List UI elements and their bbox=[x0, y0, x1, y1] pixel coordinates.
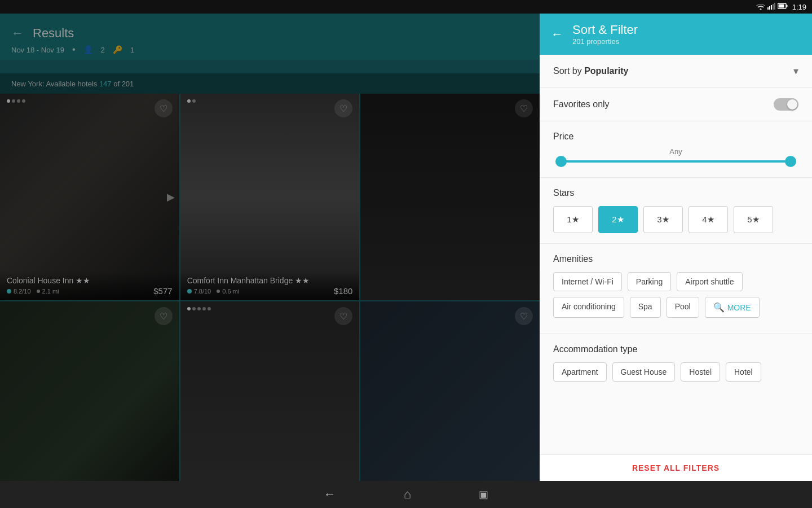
status-icons: 1:19 bbox=[756, 3, 806, 11]
stars-section: Stars 1★ 2★ 3★ 4★ 5★ bbox=[540, 178, 812, 244]
favorites-label: Favorites only bbox=[553, 99, 610, 110]
sort-row[interactable]: Sort by Popularity ▾ bbox=[553, 65, 798, 77]
amenities-row-1: Internet / Wi-Fi Parking Airport shuttle bbox=[553, 272, 798, 291]
accommodation-row: Apartment Guest House Hostel Hotel bbox=[553, 362, 798, 382]
filter-panel: ← Sort & Filter 201 properties Sort by P… bbox=[540, 14, 812, 481]
star-5-button[interactable]: 5★ bbox=[734, 206, 773, 233]
sort-chevron-icon: ▾ bbox=[793, 65, 798, 77]
svg-rect-0 bbox=[767, 7, 769, 10]
price-section: Price Any bbox=[540, 121, 812, 178]
price-slider[interactable] bbox=[555, 160, 796, 163]
amenities-section: Amenities Internet / Wi-Fi Parking Airpo… bbox=[540, 244, 812, 334]
star-1-button[interactable]: 1★ bbox=[553, 206, 593, 233]
sort-section: Sort by Popularity ▾ bbox=[540, 55, 812, 88]
sort-label: Sort by Popularity bbox=[553, 66, 628, 76]
accom-hotel-chip[interactable]: Hotel bbox=[726, 362, 761, 382]
more-label: MORE bbox=[727, 303, 751, 312]
accommodation-section: Accommodation type Apartment Guest House… bbox=[540, 334, 812, 392]
nav-recents-button[interactable]: ▣ bbox=[479, 488, 488, 501]
reset-all-filters-button[interactable]: RESET ALL FILTERS bbox=[632, 463, 720, 472]
accom-guesthouse-chip[interactable]: Guest House bbox=[612, 362, 676, 382]
favorites-section: Favorites only bbox=[540, 88, 812, 121]
signal-icon bbox=[767, 3, 775, 11]
wifi-icon bbox=[756, 3, 765, 11]
amenity-spa-chip[interactable]: Spa bbox=[630, 297, 661, 318]
svg-rect-1 bbox=[769, 6, 770, 10]
svg-rect-6 bbox=[786, 5, 787, 7]
time-display: 1:19 bbox=[792, 3, 806, 11]
search-icon: 🔍 bbox=[713, 302, 725, 313]
svg-rect-4 bbox=[774, 3, 775, 10]
amenity-parking-chip[interactable]: Parking bbox=[628, 272, 671, 291]
background-overlay bbox=[0, 14, 540, 481]
amenity-air-conditioning-chip[interactable]: Air conditioning bbox=[553, 297, 624, 318]
nav-home-button[interactable]: ⌂ bbox=[404, 487, 411, 502]
amenities-label: Amenities bbox=[553, 254, 798, 264]
amenities-row-2: Air conditioning Spa Pool 🔍 MORE bbox=[553, 297, 798, 318]
star-4-button[interactable]: 4★ bbox=[689, 206, 728, 233]
nav-back-button[interactable]: ← bbox=[324, 487, 336, 502]
price-any-label: Any bbox=[553, 147, 798, 156]
stars-label: Stars bbox=[553, 188, 798, 198]
star-2-button[interactable]: 2★ bbox=[598, 206, 638, 233]
amenity-airport-shuttle-chip[interactable]: Airport shuttle bbox=[677, 272, 742, 291]
price-thumb-right[interactable] bbox=[785, 156, 796, 167]
svg-rect-2 bbox=[771, 5, 772, 10]
toggle-knob bbox=[787, 99, 797, 110]
accom-hostel-chip[interactable]: Hostel bbox=[681, 362, 720, 382]
battery-icon bbox=[778, 3, 788, 11]
filter-panel-subtitle: 201 properties bbox=[572, 37, 638, 46]
amenity-pool-chip[interactable]: Pool bbox=[667, 297, 699, 318]
amenity-more-button[interactable]: 🔍 MORE bbox=[705, 297, 760, 318]
reset-bar: RESET ALL FILTERS bbox=[540, 454, 812, 481]
bottom-nav: ← ⌂ ▣ bbox=[0, 481, 812, 508]
svg-rect-3 bbox=[773, 4, 774, 10]
accommodation-label: Accommodation type bbox=[553, 344, 798, 354]
price-label: Price bbox=[553, 132, 798, 142]
star-3-button[interactable]: 3★ bbox=[643, 206, 683, 233]
filter-back-button[interactable]: ← bbox=[551, 27, 563, 42]
accom-apartment-chip[interactable]: Apartment bbox=[553, 362, 607, 382]
status-bar: 1:19 bbox=[0, 0, 812, 14]
stars-row: 1★ 2★ 3★ 4★ 5★ bbox=[553, 206, 798, 233]
amenity-internet-chip[interactable]: Internet / Wi-Fi bbox=[553, 272, 622, 291]
filter-header: ← Sort & Filter 201 properties bbox=[540, 14, 812, 55]
svg-rect-7 bbox=[778, 5, 784, 8]
filter-panel-title: Sort & Filter bbox=[572, 23, 638, 37]
favorites-row: Favorites only bbox=[553, 98, 798, 111]
price-thumb-left[interactable] bbox=[555, 156, 567, 167]
filter-body: Sort by Popularity ▾ Favorites only Pric… bbox=[540, 55, 812, 454]
favorites-toggle[interactable] bbox=[774, 98, 798, 111]
